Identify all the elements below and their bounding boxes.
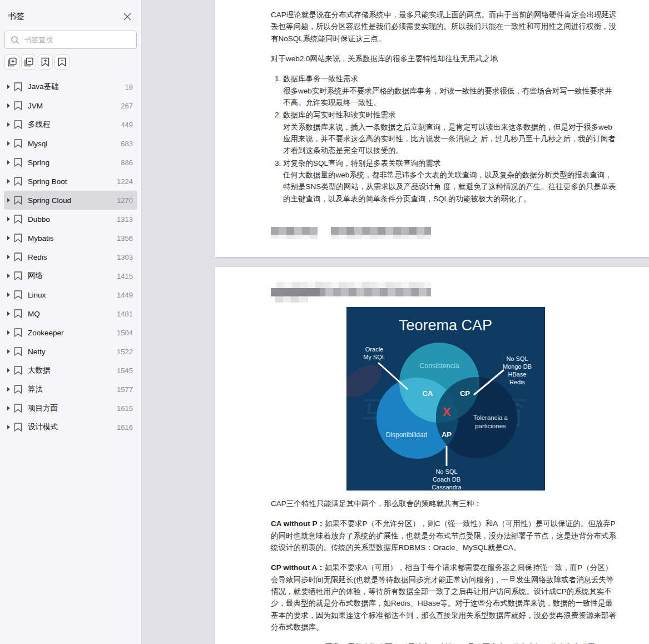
label-consistencia: Consistencia	[419, 362, 459, 370]
expand-arrow-icon[interactable]	[7, 293, 10, 297]
bookmark-item[interactable]: 项目方面 1615	[4, 399, 137, 418]
bookmark-page-number: 683	[121, 140, 133, 148]
cap-venn-image: 马士兵教育 www.mashibing.com Teorema	[346, 307, 545, 491]
bookmark-label: MQ	[28, 310, 40, 318]
add-bookmark-button[interactable]	[38, 55, 53, 70]
expand-arrow-icon[interactable]	[7, 368, 10, 373]
search-input[interactable]	[24, 36, 131, 44]
redacted-text	[271, 282, 431, 303]
bookmark-page-number: 1415	[117, 272, 133, 280]
expand-arrow-icon[interactable]	[7, 330, 10, 335]
document-viewer[interactable]: CAP理论就是说在分布式存储系统中，最多只能实现上面的两点。而由于当前的网络硬件…	[142, 0, 649, 644]
bookmark-item[interactable]: Spring 886	[4, 153, 137, 172]
bookmark-page-number: 1504	[117, 329, 133, 337]
label-tolerancia-1: Tolerancia a	[473, 414, 508, 421]
paragraph-cp-without-a: CP without A：如果不要求A（可用），相当于每个请求都需要在服务器之间…	[271, 562, 617, 633]
note-bottom-1: No SQL	[435, 468, 457, 475]
bookmark-page-number: 1270	[117, 196, 133, 205]
bookmark-item[interactable]: Spring Boot 1224	[4, 172, 137, 191]
bookmark-item[interactable]: MQ 1481	[4, 304, 137, 323]
bookmark-item[interactable]: Linux 1449	[4, 285, 137, 304]
bookmark-item[interactable]: Zookeeper 1504	[4, 323, 137, 342]
close-icon[interactable]	[122, 12, 132, 22]
bookmark-label: Spring Cloud	[28, 196, 71, 205]
label-ca: CA	[423, 389, 433, 398]
bookmark-item[interactable]: Redis 1303	[4, 247, 137, 266]
expand-arrow-icon[interactable]	[7, 255, 10, 259]
expand-all-button[interactable]	[4, 55, 19, 70]
list-item: 数据库事务一致性需求 很多web实时系统并不要求严格的数据库事务，对读一致性的要…	[283, 73, 617, 108]
bookmark-toolbar	[0, 53, 141, 73]
expand-arrow-icon[interactable]	[7, 122, 10, 127]
bookmark-item[interactable]: Dubbo 1313	[4, 210, 137, 229]
bookmark-flag-icon	[14, 158, 22, 167]
bookmark-item[interactable]: 多线程 449	[4, 115, 137, 134]
note-bottom-2: Coach DB	[433, 476, 460, 483]
bookmarks-header: 书签	[0, 0, 141, 28]
remove-bookmark-button[interactable]	[55, 55, 70, 70]
expand-arrow-icon[interactable]	[7, 311, 10, 316]
bookmark-label: 多线程	[28, 120, 51, 130]
bookmark-flag-icon	[14, 120, 22, 129]
bookmark-label: Spring	[28, 158, 49, 167]
bookmark-item[interactable]: Java基础 18	[4, 77, 137, 96]
bookmark-item[interactable]: 设计模式 1616	[4, 418, 137, 437]
note-nosql-2: Mongo DB	[503, 363, 532, 370]
bookmark-flag-icon	[14, 366, 22, 375]
paragraph-web2: 对于web2.0网站来说，关系数据库的很多主要特性却往往无用武之地	[271, 53, 617, 65]
bookmark-item[interactable]: Netty 1522	[4, 342, 137, 361]
bookmark-label: Java基础	[28, 82, 59, 92]
expand-arrow-icon[interactable]	[7, 274, 10, 278]
bookmark-page-number: 1356	[117, 234, 133, 242]
bookmark-item[interactable]: JVM 267	[4, 96, 137, 115]
expand-arrow-icon[interactable]	[7, 425, 10, 429]
expand-arrow-icon[interactable]	[7, 387, 10, 392]
lead-ca-without-p: CA without P：	[271, 519, 325, 528]
bookmark-item[interactable]: Spring Cloud 1270	[4, 191, 137, 210]
bookmark-page-number: 1522	[117, 348, 133, 356]
bookmark-item[interactable]: Mybatis 1356	[4, 229, 137, 247]
bookmark-page-number: 1224	[117, 177, 133, 186]
bookmark-flag-icon	[14, 423, 22, 432]
pdf-page-1: CAP理论就是说在分布式存储系统中，最多只能实现上面的两点。而由于当前的网络硬件…	[215, 0, 649, 257]
bookmark-item[interactable]: Mysql 683	[4, 134, 137, 153]
bookmark-flag-icon	[14, 290, 22, 299]
bookmark-item[interactable]: 算法 1577	[4, 380, 137, 399]
list-item: 对复杂的SQL查询，特别是多表关联查询的需求 任何大数据量的web系统，都非常忌…	[283, 157, 617, 205]
bookmark-page-number: 1481	[117, 310, 133, 318]
bookmark-flag-icon	[14, 347, 22, 356]
expand-arrow-icon[interactable]	[7, 141, 10, 146]
label-x: X	[443, 405, 451, 419]
bookmark-page-number: 1303	[117, 253, 133, 261]
expand-arrow-icon[interactable]	[7, 198, 10, 202]
bookmark-label: 网络	[28, 271, 43, 281]
bookmark-search-box[interactable]	[4, 31, 137, 49]
list-item-title: 对复杂的SQL查询，特别是多表关联查询的需求	[283, 157, 617, 169]
expand-arrow-icon[interactable]	[7, 236, 10, 240]
expand-arrow-icon[interactable]	[7, 103, 10, 108]
bookmark-item[interactable]: 大数据 1545	[4, 361, 137, 380]
redacted-text	[271, 227, 431, 239]
expand-arrow-icon[interactable]	[7, 349, 10, 354]
list-item-title: 数据库的写实时性和读实时性需求	[283, 109, 617, 121]
bookmark-flag-icon	[14, 215, 22, 224]
expand-arrow-icon[interactable]	[7, 217, 10, 221]
bookmark-flag-icon	[14, 101, 22, 110]
bookmark-label: 大数据	[28, 365, 51, 375]
bookmark-item[interactable]: 网络 1415	[4, 266, 137, 285]
expand-arrow-icon[interactable]	[7, 160, 10, 165]
expand-arrow-icon[interactable]	[7, 179, 10, 184]
bookmark-page-number: 18	[125, 83, 133, 91]
paragraph-cap-theory: CAP理论就是说在分布式存储系统中，最多只能实现上面的两点。而由于当前的网络硬件…	[271, 9, 617, 44]
bookmark-page-number: 1615	[117, 404, 133, 413]
note-nosql-4: Redis	[509, 379, 526, 385]
bookmark-label: Dubbo	[28, 215, 50, 224]
collapse-all-button[interactable]	[21, 55, 36, 70]
bookmark-flag-icon	[14, 82, 22, 91]
expand-arrow-icon[interactable]	[7, 85, 10, 89]
expand-arrow-icon[interactable]	[7, 406, 10, 410]
note-bottom-3: Cassandra	[432, 484, 462, 491]
paragraph-ap-without-c: AP wihtout C：要高可用并允许分区，则需放弃一致性。一旦分区发生，节点…	[271, 641, 617, 644]
bookmark-label: Mysql	[28, 140, 47, 148]
bookmark-label: JVM	[28, 102, 43, 110]
